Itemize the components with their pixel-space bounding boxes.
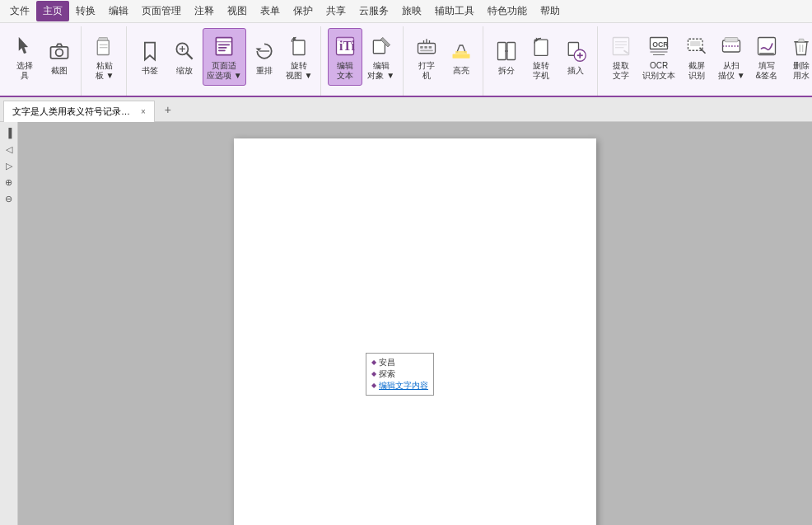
rotate-view-label: 旋转视图 ▼	[286, 61, 313, 81]
ribbon-group-print: 打字机 高亮	[405, 26, 483, 96]
svg-rect-32	[455, 51, 467, 54]
menu-form[interactable]: 表单	[254, 1, 287, 21]
scan-button[interactable]: 从扫描仪 ▼	[715, 28, 749, 86]
paste-icon	[91, 33, 118, 59]
reset-label: 重排	[256, 66, 273, 76]
new-tab-button[interactable]: +	[158, 100, 178, 120]
ribbon-buttons-tools: 书签 缩放 页面适应选项 ▼	[133, 28, 315, 94]
floating-item-2: ◆ 探索	[371, 368, 428, 380]
highlight-label: 高亮	[453, 66, 469, 76]
rotate-page-label: 旋转字机	[533, 61, 549, 81]
zoom-button[interactable]: 缩放	[168, 28, 201, 86]
sign-button[interactable]: 填写&签名	[750, 28, 783, 86]
menu-convert[interactable]: 转换	[69, 1, 102, 21]
left-tool-4[interactable]: ⊕	[2, 175, 16, 190]
screenshot-recog-icon	[684, 33, 710, 59]
extract-icon	[608, 33, 634, 59]
rotate-view-button[interactable]: 旋转视图 ▼	[282, 28, 316, 86]
ribbon-group-split: 拆分 旋转字机	[485, 26, 598, 96]
left-toolbar: ▐ ◁ ▷ ⊕ ⊖	[0, 122, 18, 525]
tab-title: 文字是人类用表义符号记录表达信息以传之久远的方...	[12, 105, 136, 118]
insert-icon	[562, 38, 589, 64]
ocr-button[interactable]: OCR OCR识别文本	[639, 28, 679, 86]
rotate-page-icon	[528, 33, 554, 59]
reset-button[interactable]: 重排	[248, 28, 281, 86]
rotate-page-button[interactable]: 旋转字机	[525, 28, 558, 86]
ribbon-group-ocr: 提取文字 OCR OCR识别文本	[600, 26, 812, 96]
menu-travel[interactable]: 旅映	[395, 1, 428, 21]
fitpage-button[interactable]: 页面适应选项 ▼	[203, 28, 246, 86]
svg-rect-27	[420, 46, 423, 49]
ribbon-group-select: 选择具 截图	[3, 26, 82, 96]
delete-label: 删除用水	[793, 61, 810, 81]
left-tool-1[interactable]: ▐	[2, 125, 16, 140]
sign-label: 填写&签名	[755, 61, 777, 81]
edit-object-button[interactable]: 编辑对象 ▼	[364, 28, 398, 86]
svg-rect-55	[758, 38, 775, 55]
floating-item-3: ◆ 编辑文字内容	[371, 380, 428, 391]
paste-button[interactable]: 粘贴板 ▼	[88, 28, 121, 86]
menu-edit[interactable]: 编辑	[102, 1, 135, 21]
svg-rect-15	[218, 49, 226, 51]
menu-help[interactable]: 帮助	[534, 1, 567, 21]
bullet-2: ◆	[371, 369, 376, 378]
left-tool-2[interactable]: ◁	[2, 142, 16, 157]
ribbon-buttons-paste: 粘贴板 ▼	[88, 28, 121, 94]
floating-item-1: ◆ 安昌	[371, 357, 428, 368]
screenshot-label: 截图	[51, 66, 68, 76]
menu-tools[interactable]: 辅助工具	[428, 1, 481, 21]
ribbon-buttons-ocr: 提取文字 OCR OCR识别文本	[604, 28, 812, 94]
split-button[interactable]: 拆分	[490, 28, 523, 86]
menu-view[interactable]: 视图	[221, 1, 254, 21]
insert-button[interactable]: 插入	[559, 28, 592, 86]
document-tab[interactable]: 文字是人类用表义符号记录表达信息以传之久远的方... ×	[3, 101, 155, 122]
left-tool-3[interactable]: ▷	[2, 158, 16, 173]
item-text-1: 安昌	[379, 357, 395, 368]
menu-annotate[interactable]: 注释	[188, 1, 221, 21]
document-page: ◆ 安昌 ◆ 探索 ◆ 编辑文字内容 电脑技术网 www.tagxp.com	[234, 138, 596, 525]
ribbon-group-tools: 书签 缩放 页面适应选项 ▼	[128, 26, 321, 96]
svg-rect-36	[534, 40, 548, 55]
screenshot-recog-button[interactable]: 截屏识别	[680, 28, 713, 86]
delete-button[interactable]: 删除用水	[785, 28, 812, 86]
typewriter-button[interactable]: 打字机	[410, 28, 443, 86]
extract-text-button[interactable]: 提取文字	[604, 28, 637, 86]
tab-close-button[interactable]: ×	[141, 107, 146, 116]
edit-object-label: 编辑对象 ▼	[367, 61, 394, 81]
highlight-button[interactable]: 高亮	[445, 28, 478, 86]
main-content: ▐ ◁ ▷ ⊕ ⊖ ◆ 安昌 ◆ 探索 ◆ 编辑文字内容	[0, 122, 812, 525]
menu-special[interactable]: 特色功能	[481, 1, 534, 21]
ribbon-buttons-edit: iTi 编辑文本 编辑对象 ▼	[328, 28, 398, 94]
menu-file[interactable]: 文件	[3, 1, 36, 21]
fitpage-label: 页面适应选项 ▼	[207, 61, 242, 81]
reset-icon	[251, 38, 278, 64]
left-tool-5[interactable]: ⊖	[2, 191, 16, 206]
paste-label: 粘贴板 ▼	[96, 61, 114, 81]
edit-text-label: 编辑文本	[337, 61, 353, 81]
cursor-icon	[12, 33, 38, 59]
split-label: 拆分	[498, 66, 515, 76]
svg-rect-53	[726, 38, 739, 42]
svg-point-1	[56, 49, 63, 56]
zoom-label: 缩放	[176, 66, 193, 76]
scan-label: 从扫描仪 ▼	[718, 61, 745, 81]
menu-home[interactable]: 主页	[36, 1, 69, 21]
ribbon-group-edit: iTi 编辑文本 编辑对象 ▼	[323, 26, 404, 96]
select-label: 选择具	[16, 61, 33, 81]
menu-protect[interactable]: 保护	[287, 1, 320, 21]
svg-rect-29	[429, 46, 432, 49]
svg-rect-51	[690, 41, 700, 46]
rotate-view-icon	[286, 33, 312, 59]
select-button[interactable]: 选择具	[8, 28, 41, 86]
menu-share[interactable]: 共享	[320, 1, 352, 21]
menu-cloud[interactable]: 云服务	[352, 1, 395, 21]
ribbon: 选择具 截图	[0, 23, 812, 97]
screenshot-button[interactable]: 截图	[43, 28, 76, 86]
bookmark-icon	[137, 38, 163, 64]
ocr-icon: OCR	[646, 33, 672, 59]
bookmark-button[interactable]: 书签	[133, 28, 166, 86]
edit-text-button[interactable]: iTi 编辑文本	[328, 28, 362, 86]
menu-page-manage[interactable]: 页面管理	[135, 1, 188, 21]
item-link-3[interactable]: 编辑文字内容	[379, 380, 428, 391]
ribbon-buttons-select: 选择具 截图	[8, 28, 76, 94]
